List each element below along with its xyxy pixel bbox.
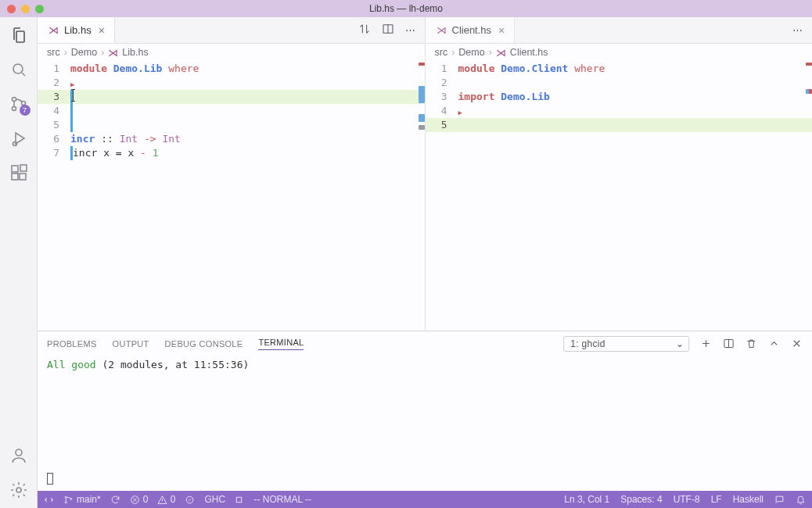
svg-point-9 <box>16 449 22 456</box>
terminal-cursor <box>47 473 53 485</box>
line-number: 2 <box>426 76 458 90</box>
svg-rect-18 <box>237 497 243 503</box>
editor-group-left: ⋊ Lib.hs × ⋯ src› Demo› ⋊ <box>38 17 426 331</box>
line-number: 1 <box>38 62 70 76</box>
language-mode-status[interactable]: Haskell <box>733 494 763 505</box>
tab-label: Client.hs <box>452 24 492 36</box>
code-editor[interactable]: 1module Demo.Client where 2 3import Demo… <box>426 61 813 132</box>
breadcrumb-part[interactable]: Lib.hs <box>122 47 148 58</box>
encoding-status[interactable]: UTF-8 <box>674 494 700 505</box>
remote-indicator[interactable] <box>44 495 54 505</box>
sync-changes-icon[interactable] <box>110 495 120 505</box>
breadcrumb-part[interactable]: Demo <box>71 47 97 58</box>
gutter-marker-icon: ▶ <box>70 80 74 88</box>
svg-point-10 <box>16 488 21 492</box>
svg-point-0 <box>13 64 23 73</box>
panel: PROBLEMS OUTPUT DEBUG CONSOLE TERMINAL 1… <box>38 331 812 491</box>
split-terminal-icon[interactable] <box>723 338 735 351</box>
live-share-icon[interactable] <box>185 495 195 505</box>
svg-rect-5 <box>12 166 18 172</box>
eol-status[interactable]: LF <box>711 494 722 505</box>
activity-bar: 7 <box>0 17 38 508</box>
vim-mode-status: -- NORMAL -- <box>253 494 311 505</box>
terminal-status: All good <box>47 359 96 370</box>
explorer-icon[interactable] <box>9 25 29 45</box>
minimap[interactable] <box>801 61 812 331</box>
chevron-down-icon: ⌄ <box>676 338 684 349</box>
code-editor[interactable]: 1module Demo.Lib where 2▶ 3 4 5 6incr ::… <box>38 61 425 160</box>
svg-rect-6 <box>12 174 18 180</box>
split-editor-icon[interactable] <box>382 23 394 38</box>
line-number: 2 <box>38 76 70 90</box>
titlebar: Lib.hs — lh-demo <box>0 0 812 17</box>
svg-point-2 <box>12 107 16 111</box>
source-control-icon[interactable]: 7 <box>9 94 29 114</box>
svg-point-4 <box>13 142 16 146</box>
compare-changes-icon[interactable] <box>358 23 371 38</box>
line-number: 3 <box>38 90 70 104</box>
line-number: 4 <box>426 104 458 118</box>
cursor-position-status[interactable]: Ln 3, Col 1 <box>564 494 609 505</box>
haskell-file-icon: ⋊ <box>49 24 59 36</box>
search-icon[interactable] <box>9 59 29 80</box>
close-tab-icon[interactable]: × <box>97 24 106 37</box>
terminal[interactable]: All good (2 modules, at 11:55:36) <box>38 356 812 491</box>
scm-badge: 7 <box>20 105 31 116</box>
svg-point-15 <box>70 498 72 499</box>
line-number: 1 <box>426 62 458 76</box>
panel-tab-debug[interactable]: DEBUG CONSOLE <box>165 339 243 349</box>
svg-rect-7 <box>20 174 26 180</box>
line-number: 7 <box>38 146 70 160</box>
problems-status[interactable]: 0 0 <box>130 494 176 505</box>
account-icon[interactable] <box>9 445 29 466</box>
new-terminal-icon[interactable] <box>700 338 712 351</box>
panel-tab-terminal[interactable]: TERMINAL <box>258 338 304 350</box>
tab-client-hs[interactable]: ⋊ Client.hs × <box>426 17 516 43</box>
maximize-panel-icon[interactable] <box>768 338 780 351</box>
close-tab-icon[interactable]: × <box>497 24 506 37</box>
run-debug-icon[interactable] <box>9 128 29 148</box>
more-actions-icon[interactable]: ⋯ <box>405 24 415 36</box>
tab-label: Lib.hs <box>64 24 92 36</box>
haskell-file-icon: ⋊ <box>496 47 506 59</box>
haskell-file-icon: ⋊ <box>437 24 447 36</box>
text-cursor <box>73 90 74 101</box>
notifications-bell-icon[interactable] <box>796 495 806 505</box>
svg-rect-8 <box>20 165 27 171</box>
indentation-status[interactable]: Spaces: 4 <box>620 494 662 505</box>
breadcrumb-part[interactable]: Demo <box>458 47 484 58</box>
line-number: 5 <box>38 118 70 132</box>
line-number: 5 <box>426 118 458 132</box>
minimap[interactable] <box>414 61 425 331</box>
panel-tab-problems[interactable]: PROBLEMS <box>47 339 97 349</box>
terminal-text: (2 modules, at 11:55:36) <box>96 359 250 370</box>
more-actions-icon[interactable]: ⋯ <box>792 24 803 36</box>
breadcrumb-part[interactable]: Client.hs <box>510 47 548 58</box>
terminal-selector-label: 1: ghcid <box>570 338 605 349</box>
ghc-status[interactable]: GHC <box>204 494 244 505</box>
git-branch-status[interactable]: main* <box>63 494 101 505</box>
gutter-marker-icon: ▶ <box>458 109 462 116</box>
window-title: Lib.hs — lh-demo <box>0 3 812 14</box>
breadcrumb-part[interactable]: src <box>435 47 448 58</box>
terminal-selector[interactable]: 1: ghcid ⌄ <box>563 336 689 352</box>
svg-point-13 <box>65 496 66 498</box>
line-number: 6 <box>38 132 70 146</box>
haskell-file-icon: ⋊ <box>108 47 118 59</box>
settings-gear-icon[interactable] <box>9 480 29 500</box>
line-number: 3 <box>426 90 458 104</box>
tab-lib-hs[interactable]: ⋊ Lib.hs × <box>38 17 115 43</box>
svg-point-1 <box>12 98 16 102</box>
status-bar: main* 0 0 GHC -- NORMAL -- Ln 3, Col 1 S… <box>38 491 812 508</box>
close-panel-icon[interactable] <box>791 338 803 351</box>
editor-group-right: ⋊ Client.hs × ⋯ src› Demo› ⋊ Client.hs <box>426 17 813 331</box>
extensions-icon[interactable] <box>9 163 29 183</box>
breadcrumb[interactable]: src› Demo› ⋊ Client.hs <box>426 44 813 61</box>
feedback-icon[interactable] <box>774 495 785 505</box>
panel-tab-output[interactable]: OUTPUT <box>113 339 149 349</box>
line-number: 4 <box>38 104 70 118</box>
kill-terminal-icon[interactable] <box>746 338 757 351</box>
svg-point-14 <box>65 501 66 503</box>
breadcrumb-part[interactable]: src <box>47 47 60 58</box>
breadcrumb[interactable]: src› Demo› ⋊ Lib.hs <box>38 44 425 61</box>
